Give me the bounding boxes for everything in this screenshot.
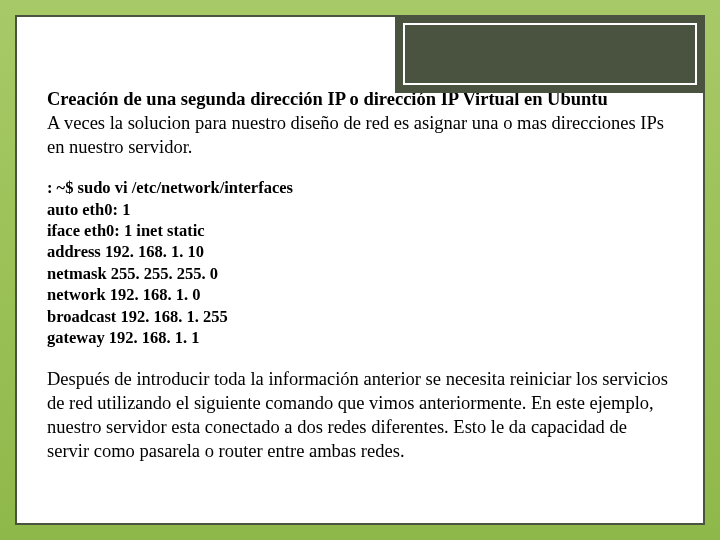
code-line-1: : ~$ sudo vi /etc/network/interfaces [47, 177, 673, 198]
code-line-8: gateway 192. 168. 1. 1 [47, 327, 673, 348]
title-corner-box [395, 15, 705, 93]
code-line-3: iface eth0: 1 inet static [47, 220, 673, 241]
title-corner-inner [403, 23, 697, 85]
code-block: : ~$ sudo vi /etc/network/interfaces aut… [47, 177, 673, 349]
code-line-6: network 192. 168. 1. 0 [47, 284, 673, 305]
slide-frame: Creación de una segunda dirección IP o d… [15, 15, 705, 525]
code-line-2: auto eth0: 1 [47, 199, 673, 220]
code-line-4: address 192. 168. 1. 10 [47, 241, 673, 262]
code-line-5: netmask 255. 255. 255. 0 [47, 263, 673, 284]
code-line-7: broadcast 192. 168. 1. 255 [47, 306, 673, 327]
intro-text: A veces la solucion para nuestro diseño … [47, 111, 673, 159]
outro-text: Después de introducir toda la informació… [47, 367, 673, 463]
